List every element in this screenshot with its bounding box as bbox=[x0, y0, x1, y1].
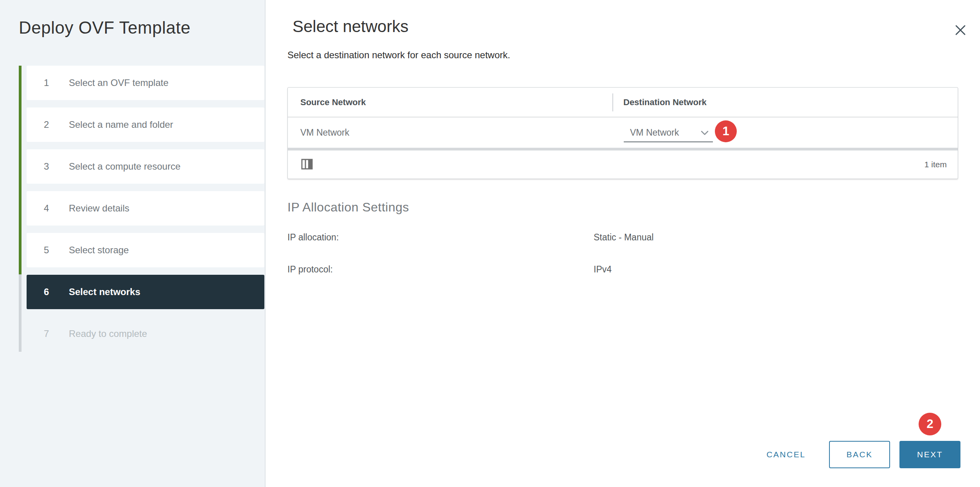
annotation-badge-1: 1 bbox=[715, 120, 737, 142]
column-picker-button[interactable] bbox=[300, 158, 314, 171]
ip-protocol-value: IPv4 bbox=[594, 264, 612, 275]
chevron-down-icon bbox=[700, 127, 709, 138]
step-number: 6 bbox=[44, 286, 56, 297]
step-label: Select storage bbox=[69, 245, 129, 256]
step-select-networks[interactable]: 6 Select networks bbox=[27, 275, 264, 309]
ip-allocation-value: Static - Manual bbox=[594, 232, 653, 243]
column-header-source-network: Source Network bbox=[288, 97, 612, 107]
ip-allocation-settings-heading: IP Allocation Settings bbox=[287, 200, 409, 215]
deploy-ovf-template-dialog: Deploy OVF Template 1 Select an OVF temp… bbox=[0, 0, 980, 487]
ip-protocol-label: IP protocol: bbox=[287, 264, 333, 275]
progress-bar-remaining bbox=[19, 274, 22, 352]
network-mapping-table: Source Network Destination Network VM Ne… bbox=[287, 87, 958, 179]
step-label: Select networks bbox=[69, 286, 140, 297]
item-count-label: 1 item bbox=[924, 160, 947, 169]
step-label: Select a name and folder bbox=[69, 119, 173, 130]
step-label: Ready to complete bbox=[69, 328, 147, 339]
close-icon bbox=[954, 32, 967, 38]
step-number: 5 bbox=[44, 245, 56, 256]
destination-network-value: VM Network bbox=[630, 127, 679, 138]
progress-bar-completed bbox=[19, 66, 22, 274]
next-button[interactable]: NEXT bbox=[899, 441, 960, 468]
step-select-storage[interactable]: 5 Select storage bbox=[27, 233, 264, 267]
table-footer-separator bbox=[288, 148, 958, 150]
wizard-sidebar: Deploy OVF Template 1 Select an OVF temp… bbox=[0, 0, 266, 487]
cancel-button[interactable]: CANCEL bbox=[755, 441, 817, 468]
page-subtitle: Select a destination network for each so… bbox=[287, 50, 510, 61]
columns-icon bbox=[301, 166, 313, 172]
annotation-badge-2: 2 bbox=[919, 413, 941, 435]
table-row: VM Network VM Network bbox=[288, 117, 958, 148]
close-button[interactable] bbox=[953, 23, 968, 38]
step-select-name-folder[interactable]: 2 Select a name and folder bbox=[27, 107, 264, 142]
step-review-details[interactable]: 4 Review details bbox=[27, 191, 264, 226]
step-number: 4 bbox=[44, 203, 56, 214]
step-select-compute-resource[interactable]: 3 Select a compute resource bbox=[27, 149, 264, 184]
step-label: Review details bbox=[69, 203, 129, 214]
table-header-row: Source Network Destination Network bbox=[288, 88, 958, 117]
ip-allocation-label: IP allocation: bbox=[287, 232, 339, 243]
step-label: Select a compute resource bbox=[69, 161, 180, 172]
step-ready-to-complete: 7 Ready to complete bbox=[27, 317, 264, 351]
step-select-ovf-template[interactable]: 1 Select an OVF template bbox=[27, 66, 264, 100]
column-divider bbox=[612, 93, 613, 111]
source-network-cell: VM Network bbox=[288, 127, 612, 138]
step-number: 3 bbox=[44, 161, 56, 172]
back-button[interactable]: BACK bbox=[829, 441, 890, 468]
destination-network-select[interactable]: VM Network bbox=[624, 124, 713, 142]
step-number: 7 bbox=[44, 328, 56, 339]
page-title: Select networks bbox=[293, 17, 408, 36]
step-label: Select an OVF template bbox=[69, 77, 169, 88]
table-footer: 1 item bbox=[288, 150, 958, 179]
column-header-destination-network: Destination Network bbox=[612, 97, 707, 107]
step-number: 2 bbox=[44, 119, 56, 130]
step-number: 1 bbox=[44, 77, 56, 88]
wizard-title: Deploy OVF Template bbox=[19, 18, 190, 38]
